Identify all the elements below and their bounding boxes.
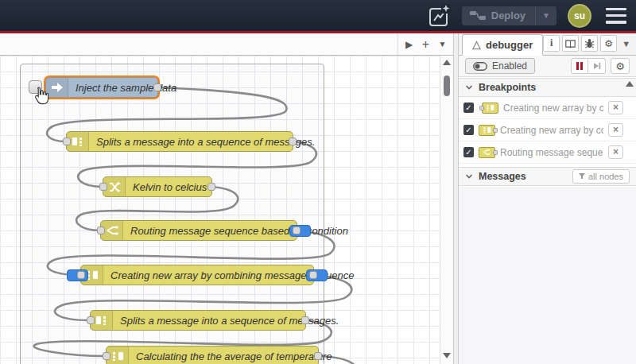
deploy-label: Deploy xyxy=(491,10,525,21)
toggle-icon xyxy=(473,62,487,71)
tab-label: debugger xyxy=(486,39,533,51)
flow-tab-buttons: ▶ + ▼ xyxy=(398,33,453,55)
input-port[interactable] xyxy=(99,183,107,191)
deploy-nodes-icon xyxy=(470,10,486,21)
sidebar-caret-icon[interactable]: ▼ xyxy=(619,39,633,48)
tab-debugger[interactable]: debugger xyxy=(462,34,543,56)
sidebar-tab-bar: debugger i ⚙ ▼ xyxy=(459,33,636,56)
input-port[interactable] xyxy=(97,227,105,234)
scroll-down-icon[interactable] xyxy=(443,353,451,358)
assistant-flow-icon[interactable] xyxy=(429,4,451,28)
breakpoints-section: Breakpoints ✓ Creating new array by comb… xyxy=(459,78,636,164)
join-node-icon xyxy=(482,103,498,114)
breakpoints-title: Breakpoints xyxy=(479,82,536,93)
node-label: Calculating the the average of temperatu… xyxy=(129,350,339,362)
avatar-initials: su xyxy=(574,10,585,21)
flow-node-join-array[interactable]: Creating new array by combining message … xyxy=(80,265,314,285)
output-port[interactable] xyxy=(153,83,161,91)
enabled-label: Enabled xyxy=(492,60,527,72)
hamburger-menu-icon[interactable] xyxy=(606,8,626,24)
node-label: Routing message sequence based on condit… xyxy=(123,225,356,237)
filter-label: all nodes xyxy=(588,172,623,181)
remove-breakpoint-icon[interactable]: × xyxy=(608,145,623,159)
messages-title: Messages xyxy=(479,171,526,182)
enabled-toggle-button[interactable]: Enabled xyxy=(465,58,535,74)
input-port[interactable] xyxy=(63,137,71,145)
breakpoint-label: Routing message sequence based on condit… xyxy=(500,147,603,158)
output-port[interactable] xyxy=(293,227,301,234)
cursor-pointer-icon xyxy=(32,86,51,106)
join-node-icon xyxy=(479,125,495,136)
node-red-editor: Deploy ▼ su ▶ + ▼ xyxy=(0,0,636,364)
flow-node-change[interactable]: Kelvin to celcius xyxy=(103,176,212,197)
step-icon[interactable] xyxy=(588,58,606,74)
remove-breakpoint-icon[interactable]: × xyxy=(608,123,623,137)
book-icon[interactable] xyxy=(562,35,579,52)
sidebar-tab-icons: i ⚙ ▼ xyxy=(543,35,636,55)
flow-node-split-1[interactable]: Splits a message into a sequence of mess… xyxy=(66,131,293,152)
info-icon[interactable]: i xyxy=(543,35,560,52)
node-label: Inject the sample data xyxy=(68,82,184,94)
chevron-down-icon xyxy=(465,173,473,180)
scrollbar-thumb[interactable] xyxy=(444,76,450,96)
input-port[interactable] xyxy=(77,271,85,279)
pause-icon[interactable] xyxy=(571,58,588,74)
header-bar: Deploy ▼ su xyxy=(0,0,636,33)
mini-input-port xyxy=(479,106,484,110)
deploy-button[interactable]: Deploy ▼ xyxy=(462,6,556,25)
mini-output-port xyxy=(493,150,498,155)
debugger-settings-gear-icon[interactable]: ⚙ xyxy=(611,58,630,74)
node-label: Kelvin to celcius xyxy=(126,181,215,193)
user-avatar[interactable]: su xyxy=(568,4,591,28)
output-port[interactable] xyxy=(207,183,215,191)
output-port[interactable] xyxy=(301,316,309,324)
output-port[interactable] xyxy=(314,352,322,360)
breakpoint-row[interactable]: ✓ Creating new array by combining messag… xyxy=(459,97,636,119)
flow-node-split-2[interactable]: Splits a message into a sequence of mess… xyxy=(90,310,306,331)
breakpoint-row[interactable]: ✓ Routing message sequence based on cond… xyxy=(459,141,636,164)
messages-section: Messages all nodes xyxy=(459,167,636,186)
canvas-scrollbar[interactable] xyxy=(440,56,453,364)
debug-step-controls xyxy=(571,58,606,74)
flow-node-calc-average[interactable]: Calculating the the average of temperatu… xyxy=(106,346,319,364)
breakpoint-row[interactable]: ✓ Creating new array by combining messag… xyxy=(459,119,636,141)
deploy-caret-icon[interactable]: ▼ xyxy=(535,6,556,25)
switch-node-icon xyxy=(479,147,495,158)
breakpoints-header[interactable]: Breakpoints xyxy=(459,78,636,97)
deploy-button-main[interactable]: Deploy xyxy=(462,10,535,21)
flow-list-caret-icon[interactable]: ▼ xyxy=(435,36,450,53)
workspace: ▶ + ▼ Inject the sam xyxy=(0,33,453,364)
input-port[interactable] xyxy=(103,352,111,360)
debugger-toolbar: Enabled ⚙ xyxy=(459,56,636,77)
breakpoint-label: Creating new array by combining message … xyxy=(500,125,603,136)
gear-icon[interactable]: ⚙ xyxy=(600,35,617,52)
input-port[interactable] xyxy=(87,316,95,324)
message-filter-button[interactable]: all nodes xyxy=(572,169,630,184)
debugger-toolbar-right: ⚙ xyxy=(571,58,630,74)
flow-canvas[interactable]: Inject the sample data Splits a message … xyxy=(0,56,440,364)
breakpoint-checkbox[interactable]: ✓ xyxy=(463,125,474,135)
breakpoint-label: Creating new array by combining message … xyxy=(503,103,603,114)
node-label: Splits a message into a sequence of mess… xyxy=(113,315,347,327)
flow-node-switch[interactable]: Routing message sequence based on condit… xyxy=(100,220,297,241)
sidebar-splitter[interactable] xyxy=(453,33,459,364)
tab-scroll-right-icon[interactable]: ▶ xyxy=(401,36,417,53)
bug-icon[interactable] xyxy=(581,35,598,52)
mini-output-port xyxy=(493,128,498,133)
chevron-down-icon xyxy=(465,84,473,91)
remove-breakpoint-icon[interactable]: × xyxy=(608,101,623,114)
output-port[interactable] xyxy=(309,271,317,279)
breakpoint-checkbox[interactable]: ✓ xyxy=(463,147,474,157)
scroll-up-icon[interactable] xyxy=(443,60,451,65)
add-flow-icon[interactable]: + xyxy=(418,36,433,53)
breakpoint-checkbox[interactable]: ✓ xyxy=(463,103,474,113)
messages-header[interactable]: Messages all nodes xyxy=(459,167,636,186)
messages-empty-area xyxy=(459,187,636,364)
sidebar: debugger i ⚙ ▼ xyxy=(459,33,636,364)
flow-tab-bar: ▶ + ▼ xyxy=(0,33,453,56)
debugger-tab-icon xyxy=(472,41,481,50)
filter-funnel-icon xyxy=(579,173,585,180)
output-port[interactable] xyxy=(289,137,297,145)
sidebar-scroll-up-icon[interactable] xyxy=(626,81,634,87)
flow-node-inject[interactable]: Inject the sample data xyxy=(45,77,158,98)
